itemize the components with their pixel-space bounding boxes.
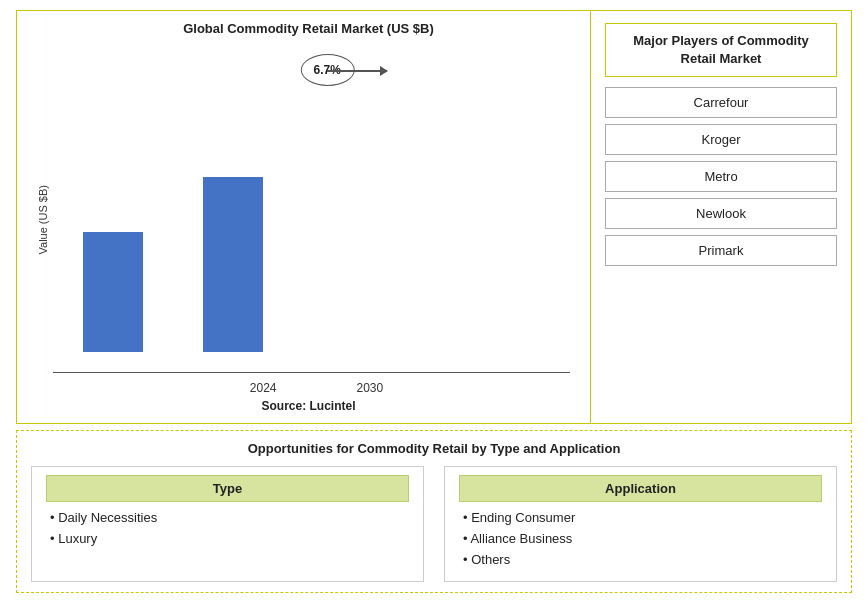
arrow-line bbox=[327, 70, 387, 72]
player-metro: Metro bbox=[605, 161, 837, 192]
x-axis-line bbox=[53, 372, 570, 373]
player-kroger: Kroger bbox=[605, 124, 837, 155]
chart-area: Global Commodity Retail Market (US $B) V… bbox=[17, 11, 591, 423]
bars-area: 6.7% bbox=[53, 44, 580, 372]
application-header: Application bbox=[459, 475, 822, 502]
source-text: Source: Lucintel bbox=[261, 399, 355, 413]
bar-2024 bbox=[83, 232, 143, 352]
y-axis-label: Value (US $B) bbox=[37, 185, 49, 255]
player-newlook: Newlook bbox=[605, 198, 837, 229]
application-column: Application • Ending Consumer • Alliance… bbox=[444, 466, 837, 582]
opportunities-title: Opportunities for Commodity Retail by Ty… bbox=[31, 441, 837, 456]
opportunities-section: Opportunities for Commodity Retail by Ty… bbox=[16, 430, 852, 593]
application-item-0: • Ending Consumer bbox=[459, 510, 822, 525]
type-item-0: • Daily Necessities bbox=[46, 510, 409, 525]
type-item-1: • Luxury bbox=[46, 531, 409, 546]
type-column: Type • Daily Necessities • Luxury bbox=[31, 466, 424, 582]
bar-label-2030: 2030 bbox=[357, 381, 384, 395]
bar-label-2024: 2024 bbox=[250, 381, 277, 395]
players-area: Major Players of Commodity Retail Market… bbox=[591, 11, 851, 423]
type-header: Type bbox=[46, 475, 409, 502]
bar-group-2030 bbox=[203, 177, 263, 352]
chart-title: Global Commodity Retail Market (US $B) bbox=[183, 21, 434, 36]
application-item-1: • Alliance Business bbox=[459, 531, 822, 546]
player-primark: Primark bbox=[605, 235, 837, 266]
bar-2030 bbox=[203, 177, 263, 352]
players-title: Major Players of Commodity Retail Market bbox=[605, 23, 837, 77]
bottom-columns: Type • Daily Necessities • Luxury Applic… bbox=[31, 466, 837, 582]
player-carrefour: Carrefour bbox=[605, 87, 837, 118]
bar-group-2024 bbox=[83, 232, 143, 352]
application-item-2: • Others bbox=[459, 552, 822, 567]
